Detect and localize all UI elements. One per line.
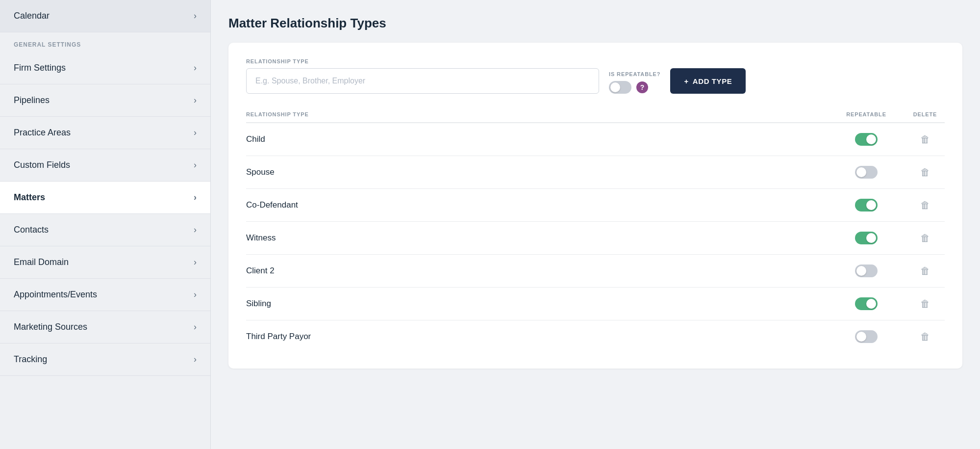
toggle-track-co-defendant[interactable]	[855, 199, 878, 211]
table-row: Client 2🗑	[246, 255, 945, 288]
is-repeatable-label: IS REPEATABLE?	[609, 71, 660, 77]
sidebar-section-general-settings-section: GENERAL SETTINGS	[0, 32, 210, 52]
row-name-child: Child	[246, 134, 827, 144]
sidebar-item-pipelines[interactable]: Pipelines›	[0, 84, 210, 117]
chevron-icon: ›	[194, 257, 197, 267]
row-toggle-child[interactable]	[827, 133, 905, 146]
chevron-icon: ›	[194, 95, 197, 106]
col-header-relationship-type: RELATIONSHIP TYPE	[246, 111, 827, 117]
chevron-icon: ›	[194, 128, 197, 138]
row-toggle-client-2[interactable]	[827, 264, 905, 277]
toggle-thumb-client-2	[856, 266, 866, 276]
toggle-thumb-child	[866, 134, 876, 144]
chevron-icon: ›	[194, 225, 197, 235]
row-delete-third-party-payor[interactable]: 🗑	[905, 331, 945, 343]
toggle-track-third-party-payor[interactable]	[855, 330, 878, 343]
relationship-type-label: RELATIONSHIP TYPE	[246, 58, 599, 64]
is-repeatable-toggle[interactable]	[609, 81, 631, 94]
content-card: RELATIONSHIP TYPE IS REPEATABLE? ? + ADD…	[228, 43, 962, 369]
chevron-icon: ›	[194, 290, 197, 300]
row-name-co-defendant: Co-Defendant	[246, 200, 827, 210]
row-delete-child[interactable]: 🗑	[905, 134, 945, 145]
sidebar-item-tracking[interactable]: Tracking›	[0, 343, 210, 376]
chevron-icon: ›	[194, 192, 197, 203]
row-delete-sibling[interactable]: 🗑	[905, 298, 945, 310]
sidebar-item-label-email-domain: Email Domain	[14, 257, 69, 267]
sidebar-item-label-custom-fields: Custom Fields	[14, 160, 70, 170]
chevron-icon: ›	[194, 322, 197, 332]
toggle-track-client-2[interactable]	[855, 264, 878, 277]
row-delete-client-2[interactable]: 🗑	[905, 265, 945, 277]
table-row: Child🗑	[246, 123, 945, 156]
sidebar-item-appointments-events[interactable]: Appointments/Events›	[0, 279, 210, 311]
is-repeatable-toggle-row: ?	[609, 81, 660, 94]
toggle-track-sibling[interactable]	[855, 297, 878, 310]
chevron-icon: ›	[194, 11, 197, 21]
row-name-sibling: Sibling	[246, 299, 827, 309]
table-row: Spouse🗑	[246, 156, 945, 189]
add-form: RELATIONSHIP TYPE IS REPEATABLE? ? + ADD…	[246, 58, 945, 94]
table-row: Co-Defendant🗑	[246, 189, 945, 222]
table-body: Child🗑Spouse🗑Co-Defendant🗑Witness🗑Client…	[246, 123, 945, 353]
trash-icon[interactable]: 🗑	[920, 265, 930, 277]
sidebar-item-custom-fields[interactable]: Custom Fields›	[0, 149, 210, 182]
sidebar-item-label-matters: Matters	[14, 192, 45, 203]
add-type-button[interactable]: + ADD TYPE	[670, 68, 746, 94]
add-type-label: ADD TYPE	[693, 77, 732, 85]
trash-icon[interactable]: 🗑	[920, 233, 930, 244]
table-header: RELATIONSHIP TYPE REPEATABLE DELETE	[246, 111, 945, 123]
sidebar-item-label-tracking: Tracking	[14, 354, 47, 365]
row-toggle-witness[interactable]	[827, 232, 905, 244]
sidebar-item-label-firm-settings: Firm Settings	[14, 63, 66, 73]
add-icon: +	[684, 77, 688, 85]
toggle-thumb-spouse	[856, 167, 866, 177]
sidebar-item-matters[interactable]: Matters›	[0, 182, 210, 214]
sidebar-item-label-contacts: Contacts	[14, 225, 49, 235]
trash-icon[interactable]: 🗑	[920, 298, 930, 310]
row-delete-co-defendant[interactable]: 🗑	[905, 200, 945, 211]
sidebar-item-label-marketing-sources: Marketing Sources	[14, 322, 87, 332]
row-delete-spouse[interactable]: 🗑	[905, 167, 945, 178]
sidebar-item-firm-settings[interactable]: Firm Settings›	[0, 52, 210, 84]
row-toggle-third-party-payor[interactable]	[827, 330, 905, 343]
trash-icon[interactable]: 🗑	[920, 134, 930, 145]
is-repeatable-group: IS REPEATABLE? ?	[609, 71, 660, 94]
page-title: Matter Relationship Types	[228, 16, 962, 31]
table-row: Third Party Payor🗑	[246, 320, 945, 353]
toggle-track-child[interactable]	[855, 133, 878, 146]
toggle-track-witness[interactable]	[855, 232, 878, 244]
toggle-thumb-third-party-payor	[856, 332, 866, 342]
relationship-type-group: RELATIONSHIP TYPE	[246, 58, 599, 94]
trash-icon[interactable]: 🗑	[920, 331, 930, 343]
row-name-client-2: Client 2	[246, 266, 827, 276]
sidebar-item-label-appointments-events: Appointments/Events	[14, 290, 97, 300]
row-name-third-party-payor: Third Party Payor	[246, 332, 827, 342]
row-name-spouse: Spouse	[246, 167, 827, 177]
sidebar: Calendar›GENERAL SETTINGSFirm Settings›P…	[0, 0, 211, 449]
relationship-type-input[interactable]	[246, 68, 599, 94]
sidebar-item-label-pipelines: Pipelines	[14, 95, 50, 106]
sidebar-item-marketing-sources[interactable]: Marketing Sources›	[0, 311, 210, 343]
help-icon[interactable]: ?	[636, 81, 648, 93]
sidebar-item-calendar[interactable]: Calendar›	[0, 0, 210, 32]
sidebar-item-contacts[interactable]: Contacts›	[0, 214, 210, 246]
sidebar-item-practice-areas[interactable]: Practice Areas›	[0, 117, 210, 149]
trash-icon[interactable]: 🗑	[920, 200, 930, 211]
chevron-icon: ›	[194, 63, 197, 73]
row-delete-witness[interactable]: 🗑	[905, 233, 945, 244]
row-name-witness: Witness	[246, 233, 827, 243]
toggle-thumb-witness	[866, 233, 876, 243]
sidebar-item-email-domain[interactable]: Email Domain›	[0, 246, 210, 279]
row-toggle-spouse[interactable]	[827, 166, 905, 179]
toggle-track-spouse[interactable]	[855, 166, 878, 179]
trash-icon[interactable]: 🗑	[920, 167, 930, 178]
row-toggle-co-defendant[interactable]	[827, 199, 905, 211]
col-header-repeatable: REPEATABLE	[827, 111, 905, 117]
toggle-thumb-sibling	[866, 299, 876, 309]
row-toggle-sibling[interactable]	[827, 297, 905, 310]
sidebar-item-label-calendar: Calendar	[14, 11, 50, 21]
col-header-delete: DELETE	[905, 111, 945, 117]
toggle-thumb-co-defendant	[866, 200, 876, 210]
sidebar-item-label-practice-areas: Practice Areas	[14, 128, 71, 138]
chevron-icon: ›	[194, 354, 197, 365]
